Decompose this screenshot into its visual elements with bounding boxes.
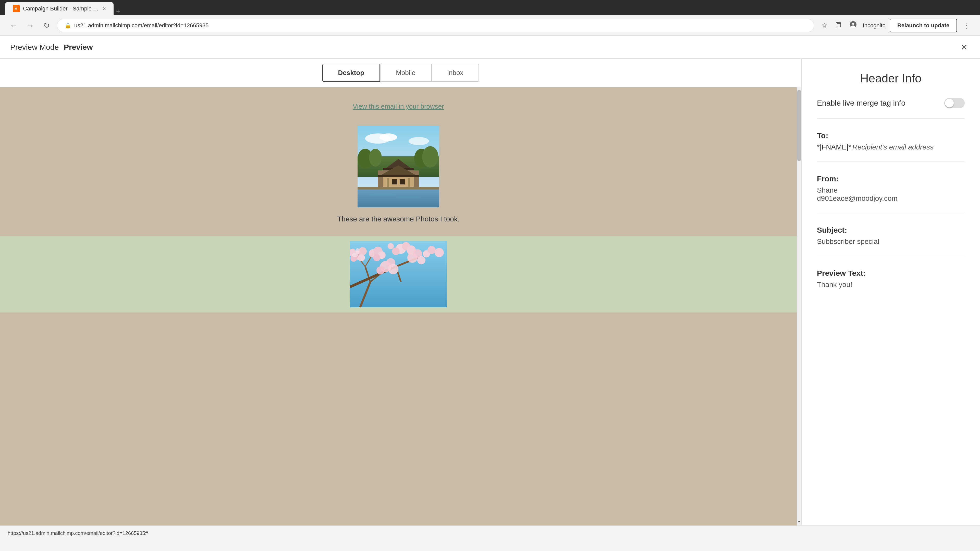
browser-menu-button[interactable]: ⋮ — [961, 19, 972, 32]
preview-label: Preview — [64, 43, 93, 52]
status-url: https://us21.admin.mailchimp.com/email/e… — [8, 530, 148, 536]
status-bar: https://us21.admin.mailchimp.com/email/e… — [0, 526, 980, 541]
subject-label: Subject: — [817, 226, 965, 234]
to-merge-tag: *|FNAME|* — [817, 143, 851, 151]
svg-rect-3 — [837, 24, 841, 27]
email-body: View this email in your browser — [0, 87, 797, 526]
svg-point-6 — [851, 25, 855, 28]
svg-point-41 — [359, 247, 367, 256]
toggle-row: Enable live merge tag info — [817, 98, 965, 108]
tab-close-button[interactable]: × — [103, 5, 106, 12]
main-area: Desktop Mobile Inbox View this email in … — [0, 59, 980, 526]
temple-image — [358, 126, 439, 207]
toggle-section: Enable live merge tag info — [817, 98, 965, 119]
bookmark-button[interactable]: ☆ — [819, 19, 830, 32]
lock-icon: 🔒 — [65, 22, 71, 29]
preview-mode-label: Preview Mode — [10, 43, 59, 52]
from-section: From: Shane d901eace@moodjoy.com — [817, 175, 965, 213]
email-caption: These are the awesome Photos I took. — [332, 207, 465, 231]
refresh-button[interactable]: ↻ — [41, 19, 52, 32]
subject-section: Subject: Subbscriber special — [817, 226, 965, 256]
new-tab-button[interactable]: + — [114, 7, 123, 15]
desktop-tab[interactable]: Desktop — [322, 64, 380, 82]
view-in-browser-link[interactable]: View this email in your browser — [353, 103, 444, 110]
from-name: Shane — [817, 186, 965, 194]
email-header-section: View this email in your browser — [0, 87, 797, 121]
svg-rect-2 — [836, 22, 841, 27]
preview-text-value: Thank you! — [817, 281, 965, 289]
svg-rect-25 — [392, 179, 397, 184]
active-browser-tab[interactable]: M Campaign Builder - Sample Tem × — [5, 2, 114, 15]
app-header: Preview Mode Preview × — [0, 36, 980, 59]
svg-point-64 — [376, 266, 385, 275]
svg-rect-27 — [358, 188, 439, 207]
toggle-label: Enable live merge tag info — [817, 99, 905, 107]
svg-point-47 — [373, 254, 380, 261]
from-label: From: — [817, 175, 965, 183]
svg-rect-26 — [400, 179, 405, 184]
preview-text-label: Preview Text: — [817, 269, 965, 278]
svg-point-57 — [352, 253, 358, 257]
live-merge-tag-toggle[interactable] — [944, 98, 965, 108]
mobile-tab[interactable]: Mobile — [380, 64, 431, 82]
preview-tab-bar: Desktop Mobile Inbox — [0, 59, 801, 87]
email-flower-section — [0, 236, 797, 313]
svg-rect-30 — [358, 187, 439, 189]
svg-rect-24 — [408, 178, 410, 188]
svg-point-53 — [428, 246, 436, 254]
toggle-switch-thumb — [945, 99, 954, 107]
svg-point-5 — [852, 23, 854, 25]
email-image-section: These are the awesome Photos I took. — [0, 121, 797, 236]
email-panel: Desktop Mobile Inbox View this email in … — [0, 59, 801, 526]
from-email: d901eace@moodjoy.com — [817, 194, 965, 203]
incognito-button[interactable] — [848, 19, 859, 32]
to-label: To: — [817, 131, 965, 140]
scrollbar-track: ▲ ▼ — [797, 87, 801, 526]
subject-value: Subbscriber special — [817, 238, 965, 246]
preview-text-section: Preview Text: Thank you! — [817, 269, 965, 299]
tab-favicon: M — [13, 5, 20, 12]
header-info-panel: Header Info Enable live merge tag info T… — [801, 59, 980, 526]
panel-title: Header Info — [817, 71, 965, 85]
svg-point-11 — [409, 137, 429, 145]
toolbar-actions: ☆ Incognito Relaunch to update ⋮ — [819, 19, 972, 32]
svg-text:M: M — [14, 7, 17, 11]
browser-tab-bar: M Campaign Builder - Sample Tem × + — [0, 0, 980, 15]
svg-point-63 — [388, 264, 398, 274]
tab-switcher-button[interactable] — [834, 19, 843, 32]
svg-point-28 — [368, 193, 398, 196]
to-placeholder: Recipient's email address — [853, 143, 934, 151]
back-button[interactable]: ← — [8, 19, 19, 32]
svg-point-29 — [396, 196, 422, 198]
tab-title: Campaign Builder - Sample Tem — [23, 5, 100, 12]
svg-point-55 — [388, 243, 394, 249]
relaunch-button[interactable]: Relaunch to update — [890, 19, 957, 32]
address-bar[interactable]: 🔒 us21.admin.mailchimp.com/email/editor?… — [57, 19, 814, 32]
svg-point-42 — [358, 254, 365, 261]
svg-rect-21 — [378, 175, 419, 177]
svg-point-10 — [379, 133, 397, 141]
incognito-label: Incognito — [863, 22, 886, 29]
flower-image — [350, 241, 447, 307]
close-preview-button[interactable]: × — [958, 38, 970, 56]
to-section: To: *|FNAME|* Recipient's email address — [817, 131, 965, 162]
scroll-down-button[interactable]: ▼ — [797, 518, 801, 526]
svg-point-14 — [369, 149, 382, 167]
svg-point-16 — [422, 146, 438, 168]
forward-button[interactable]: → — [24, 19, 36, 32]
svg-point-54 — [434, 248, 444, 257]
email-scroll-area[interactable]: View this email in your browser — [0, 87, 797, 526]
inbox-tab[interactable]: Inbox — [431, 64, 479, 82]
browser-toolbar: ← → ↻ 🔒 us21.admin.mailchimp.com/email/e… — [0, 15, 980, 36]
svg-point-67 — [417, 256, 425, 264]
svg-point-51 — [392, 248, 400, 255]
url-display: us21.admin.mailchimp.com/email/editor?id… — [74, 22, 806, 29]
email-content: View this email in your browser — [0, 87, 801, 526]
svg-rect-23 — [387, 178, 389, 188]
scrollbar-thumb[interactable] — [797, 90, 801, 161]
to-value: *|FNAME|* Recipient's email address — [817, 143, 965, 151]
